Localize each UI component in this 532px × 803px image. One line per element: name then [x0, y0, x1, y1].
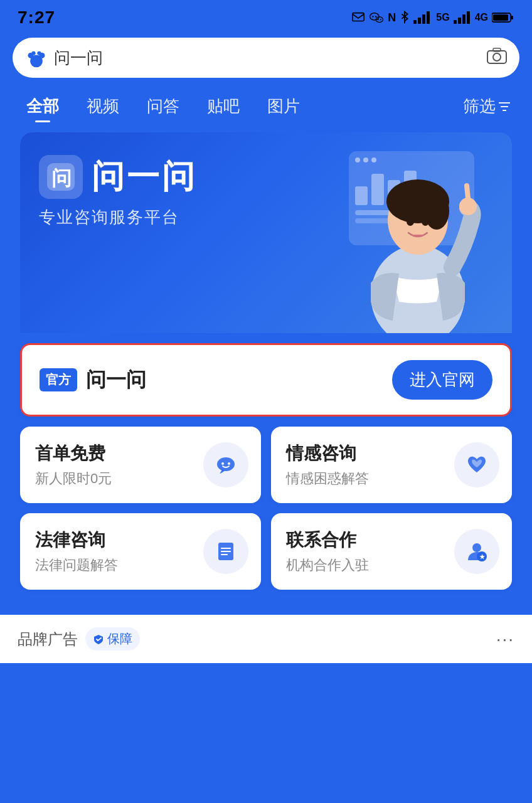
svg-rect-9	[418, 18, 421, 24]
signal2-icon	[454, 11, 471, 24]
brand-text: 品牌广告	[18, 629, 78, 649]
battery-icon	[492, 11, 514, 24]
tab-tieba[interactable]: 贴吧	[193, 90, 253, 122]
guarantee-text: 保障	[107, 630, 132, 647]
svg-text:★: ★	[479, 553, 486, 560]
search-left: 问一问	[25, 46, 103, 69]
bottom-left: 品牌广告 保障	[18, 627, 140, 651]
svg-point-40	[217, 457, 235, 471]
search-placeholder: 问一问	[54, 47, 103, 69]
search-bar-container: 问一问	[0, 33, 532, 85]
filter-label: 筛选	[463, 95, 496, 117]
official-card-left: 官方 问一问	[40, 366, 146, 394]
service-info-emotion: 情感咨询 情感困惑解答	[286, 442, 369, 488]
svg-rect-14	[462, 14, 466, 24]
signal-label-1: 5G	[436, 12, 449, 23]
svg-rect-18	[511, 16, 513, 19]
service-desc-legal: 法律问题解答	[35, 556, 118, 575]
person-icon: ★	[466, 540, 488, 563]
svg-point-5	[378, 19, 379, 20]
filter-tabs: 全部 视频 问答 贴吧 图片 筛选	[0, 85, 532, 132]
hero-logo-icon: 问	[39, 155, 83, 199]
svg-rect-15	[467, 11, 470, 24]
bluetooth-icon	[400, 11, 410, 24]
chat-icon	[215, 454, 237, 476]
svg-point-42	[228, 462, 230, 465]
service-desc-emotion: 情感困惑解答	[286, 469, 369, 488]
svg-point-23	[37, 51, 41, 55]
message-icon	[351, 11, 365, 24]
hero-title: 问一问	[92, 155, 197, 199]
service-grid: 首单免费 新人限时0元 情感咨询 情感困惑解答	[20, 427, 512, 590]
tab-qa[interactable]: 问答	[133, 90, 193, 122]
service-icon-wrap-partner: ★	[454, 529, 499, 574]
service-title-legal: 法律咨询	[35, 528, 118, 552]
svg-point-39	[422, 217, 429, 226]
signal-label-2: 4G	[475, 12, 488, 23]
document-icon	[215, 540, 237, 563]
tab-all[interactable]: 全部	[13, 90, 73, 122]
svg-point-2	[373, 16, 374, 17]
status-icons: N 5G 4G	[351, 11, 514, 24]
heart-icon	[466, 454, 488, 476]
service-desc-partner: 机构合作入驻	[286, 556, 369, 575]
svg-point-41	[221, 462, 224, 465]
baidu-paw-icon	[25, 46, 48, 69]
svg-rect-8	[413, 20, 417, 24]
svg-point-47	[472, 543, 481, 552]
service-title-free: 首单免费	[35, 442, 112, 465]
svg-text:问: 问	[51, 167, 72, 189]
service-card-partner[interactable]: 联系合作 机构合作入驻 ★	[271, 513, 512, 590]
official-badge: 官方	[40, 368, 77, 391]
tab-filter[interactable]: 筛选	[454, 90, 519, 122]
service-card-emotion[interactable]: 情感咨询 情感困惑解答	[271, 427, 512, 503]
svg-point-3	[375, 16, 376, 17]
shield-check-icon	[93, 634, 104, 645]
service-title-emotion: 情感咨询	[286, 442, 369, 465]
more-options-button[interactable]: ···	[496, 629, 514, 649]
svg-rect-13	[458, 18, 461, 24]
service-card-free[interactable]: 首单免费 新人限时0元	[20, 427, 261, 503]
svg-rect-10	[422, 14, 425, 24]
search-bar[interactable]: 问一问	[13, 38, 519, 78]
service-info-free: 首单免费 新人限时0元	[35, 442, 112, 488]
service-desc-free: 新人限时0元	[35, 469, 112, 488]
svg-point-38	[407, 217, 414, 226]
status-bar: 7:27 N 5G	[0, 0, 532, 33]
svg-point-25	[493, 53, 501, 61]
svg-rect-26	[493, 48, 501, 51]
svg-line-37	[467, 186, 468, 198]
svg-point-1	[370, 13, 379, 20]
guarantee-badge: 保障	[85, 627, 140, 651]
status-time: 7:27	[18, 8, 55, 28]
filter-icon	[498, 101, 511, 112]
svg-rect-17	[493, 14, 508, 21]
service-title-partner: 联系合作	[286, 528, 369, 552]
service-icon-wrap-free	[203, 442, 248, 487]
wechat-icon	[369, 11, 384, 24]
bottom-bar: 品牌广告 保障 ···	[0, 615, 532, 663]
service-info-partner: 联系合作 机构合作入驻	[286, 528, 369, 575]
signal-icon	[413, 11, 432, 24]
hero-banner: 问 问一问 专业咨询服务平台	[20, 132, 512, 333]
service-card-legal[interactable]: 法律咨询 法律问题解答	[20, 513, 261, 590]
official-name: 问一问	[86, 366, 146, 394]
tab-video[interactable]: 视频	[73, 90, 133, 122]
service-info-legal: 法律咨询 法律问题解答	[35, 528, 118, 575]
service-icon-wrap-emotion	[454, 442, 499, 487]
tab-image[interactable]: 图片	[253, 90, 314, 122]
service-icon-wrap-legal	[203, 529, 248, 574]
svg-rect-12	[454, 20, 457, 24]
svg-rect-11	[427, 11, 430, 24]
svg-point-6	[380, 19, 381, 20]
person-figure	[336, 151, 499, 333]
svg-point-22	[31, 51, 35, 55]
camera-icon[interactable]	[487, 47, 507, 69]
enter-official-site-button[interactable]: 进入官网	[392, 360, 492, 400]
hero-subtitle: 专业咨询服务平台	[39, 208, 179, 226]
official-card: 官方 问一问 进入官网	[20, 343, 512, 417]
svg-rect-0	[353, 13, 364, 21]
nfc-icon: N	[388, 11, 396, 24]
